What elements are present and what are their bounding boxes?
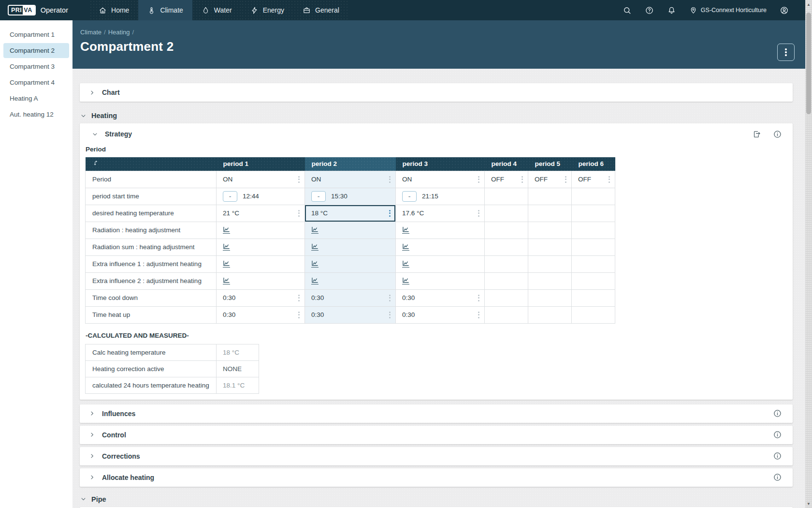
heating-group-toggle[interactable]: Heating [80, 112, 812, 120]
table-cell[interactable]: OFF [485, 171, 528, 188]
table-cell[interactable]: 0:30 [217, 289, 305, 306]
table-cell[interactable]: OFF [528, 171, 572, 188]
sidebar-item-compartment-1[interactable]: Compartment 1 [3, 27, 69, 42]
scrollbar-thumb[interactable] [806, 13, 811, 114]
scroll-down-arrow[interactable]: ▼ [805, 500, 812, 507]
column-header-period-2[interactable]: period 2 [305, 157, 396, 171]
breadcrumb-link-climate[interactable]: Climate [80, 29, 102, 36]
kebab-icon[interactable] [565, 176, 566, 183]
page-actions-button[interactable] [777, 44, 795, 61]
search-icon[interactable] [623, 6, 632, 15]
chart-link-icon[interactable] [311, 277, 319, 284]
scroll-up-arrow[interactable]: ▲ [805, 1, 812, 8]
kebab-icon[interactable] [389, 210, 391, 217]
table-cell[interactable] [396, 239, 485, 255]
help-icon[interactable] [645, 6, 654, 15]
table-cell[interactable] [217, 272, 305, 289]
user-icon[interactable] [780, 6, 789, 15]
sidebar-item-compartment-4[interactable]: Compartment 4 [3, 75, 69, 90]
nav-tab-climate[interactable]: Climate [138, 0, 192, 20]
kebab-icon[interactable] [478, 295, 479, 301]
sidebar-item-compartment-2[interactable]: Compartment 2 [3, 43, 69, 58]
table-cell[interactable] [396, 272, 485, 289]
nav-tab-general[interactable]: General [293, 0, 348, 20]
chart-link-icon[interactable] [402, 226, 409, 234]
kebab-icon[interactable] [478, 312, 479, 318]
table-cell[interactable]: 0:30 [217, 306, 305, 323]
table-cell[interactable]: OFF [572, 171, 615, 188]
kebab-icon[interactable] [389, 295, 391, 301]
table-cell[interactable] [305, 239, 396, 255]
table-cell[interactable]: -21:15 [396, 188, 485, 205]
allocate-heating-section-toggle[interactable]: Allocate heating [80, 468, 793, 487]
table-cell[interactable] [217, 222, 305, 239]
table-cell[interactable] [217, 239, 305, 255]
kebab-icon[interactable] [522, 176, 523, 183]
table-cell[interactable]: 0:30 [305, 306, 396, 323]
table-cell[interactable] [396, 222, 485, 239]
vertical-scrollbar[interactable]: ▲ ▼ [805, 0, 812, 508]
info-icon[interactable] [773, 409, 782, 418]
kebab-icon[interactable] [609, 176, 610, 183]
nav-tab-water[interactable]: Water [192, 0, 241, 20]
kebab-icon[interactable] [298, 176, 300, 183]
table-cell[interactable]: -15:30 [305, 188, 396, 205]
table-cell[interactable]: ON [217, 171, 305, 188]
control-section-toggle[interactable]: Control [80, 426, 793, 444]
table-cell[interactable] [305, 222, 396, 239]
table-cell[interactable] [217, 255, 305, 272]
table-cell[interactable] [396, 255, 485, 272]
decrement-button[interactable]: - [402, 191, 417, 202]
swap-columns-header[interactable] [86, 157, 217, 171]
nav-tab-home[interactable]: Home [89, 0, 138, 20]
column-header-period-4[interactable]: period 4 [485, 157, 528, 171]
column-header-period-3[interactable]: period 3 [396, 157, 485, 171]
info-icon[interactable] [773, 430, 782, 439]
table-cell[interactable]: 21 °C [217, 205, 305, 222]
chart-link-icon[interactable] [311, 226, 319, 234]
pipe-group-toggle[interactable]: Pipe [80, 495, 812, 503]
chart-link-icon[interactable] [402, 277, 409, 284]
column-header-period-1[interactable]: period 1 [217, 157, 305, 171]
decrement-button[interactable]: - [223, 191, 237, 202]
chart-link-icon[interactable] [223, 243, 230, 251]
chart-link-icon[interactable] [311, 260, 319, 268]
table-cell[interactable]: -12:44 [217, 188, 305, 205]
kebab-icon[interactable] [478, 210, 479, 217]
export-icon[interactable] [752, 130, 761, 139]
chart-link-icon[interactable] [402, 243, 409, 251]
kebab-icon[interactable] [389, 312, 391, 318]
chart-link-icon[interactable] [311, 243, 319, 251]
corrections-section-toggle[interactable]: Corrections [80, 447, 793, 465]
column-header-period-6[interactable]: period 6 [572, 157, 615, 171]
kebab-icon[interactable] [389, 176, 391, 183]
bell-icon[interactable] [667, 6, 676, 15]
kebab-icon[interactable] [298, 295, 300, 301]
table-cell[interactable]: 18 °C [305, 205, 396, 222]
table-cell[interactable]: 0:30 [396, 306, 485, 323]
table-cell[interactable] [305, 255, 396, 272]
table-cell[interactable]: 17.6 °C [396, 205, 485, 222]
info-icon[interactable] [773, 130, 782, 139]
table-cell[interactable]: ON [305, 171, 396, 188]
chart-link-icon[interactable] [223, 226, 230, 234]
strategy-section-toggle[interactable]: Strategy [80, 123, 793, 145]
influences-section-toggle[interactable]: Influences [80, 404, 793, 423]
chart-link-icon[interactable] [223, 260, 230, 268]
kebab-icon[interactable] [478, 176, 479, 183]
table-cell[interactable] [305, 272, 396, 289]
info-icon[interactable] [773, 451, 782, 461]
breadcrumb-link-heating[interactable]: Heating [108, 29, 130, 36]
table-cell[interactable]: ON [396, 171, 485, 188]
brand[interactable]: PRI VA Operator [0, 5, 75, 16]
location-selector[interactable]: GS-Connext Horticulture [689, 6, 767, 15]
table-cell[interactable]: 0:30 [305, 289, 396, 306]
info-icon[interactable] [773, 473, 782, 482]
kebab-icon[interactable] [298, 210, 300, 217]
decrement-button[interactable]: - [311, 191, 326, 202]
sidebar-item-compartment-3[interactable]: Compartment 3 [3, 59, 69, 74]
chart-link-icon[interactable] [402, 260, 409, 268]
sidebar-item-aut-heating-12[interactable]: Aut. heating 12 [3, 107, 69, 122]
column-header-period-5[interactable]: period 5 [528, 157, 572, 171]
sidebar-item-heating-a[interactable]: Heating A [3, 91, 69, 106]
